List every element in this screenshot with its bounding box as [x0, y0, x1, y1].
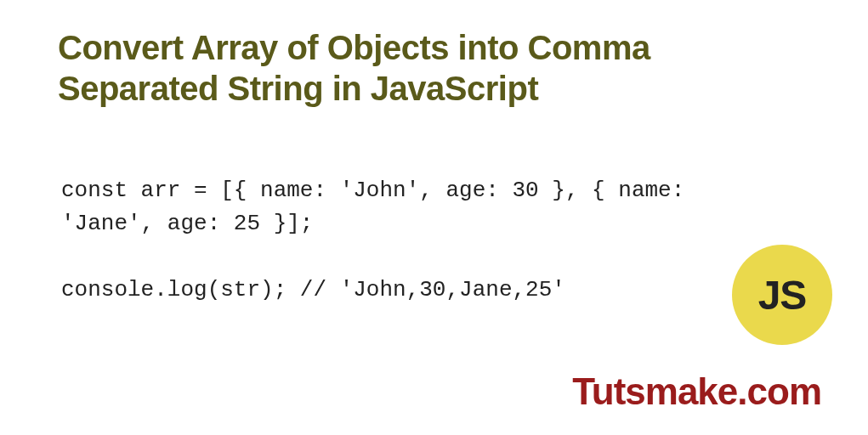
brand-label: Tutsmake.com	[572, 370, 821, 413]
code-snippet: const arr = [{ name: 'John', age: 30 }, …	[61, 174, 766, 307]
page-title: Convert Array of Objects into Comma Sepa…	[58, 27, 810, 109]
js-logo-badge: JS	[732, 245, 832, 345]
js-logo-text: JS	[758, 272, 807, 319]
